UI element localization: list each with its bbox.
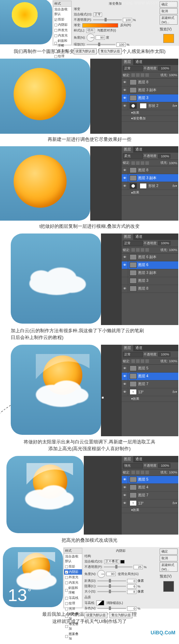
lock-icon[interactable] [145,73,149,77]
visibility-icon[interactable]: 👁 [122,79,128,86]
tab-layers[interactable]: 图层 [122,456,133,462]
visibility-icon[interactable]: 👁 [122,182,128,190]
style-item[interactable]: 等高线 [53,48,71,54]
blend-mode-dropdown[interactable]: 正常 [93,13,102,17]
distance-input[interactable]: 0 [127,579,136,583]
visibility-icon[interactable]: 👁 [122,373,128,380]
style-item[interactable]: 颜色叠加 [64,611,82,621]
lock-icon[interactable] [131,359,135,363]
layer-row[interactable]: 👁图层 3 副本 [122,87,178,94]
layer-row[interactable]: 👁图层 6 副本 [122,254,178,261]
tab-layers[interactable]: 图层 [122,345,133,351]
layer-row[interactable]: 👁图层 5 [122,365,178,373]
lock-icon[interactable] [141,248,144,252]
tab-channels[interactable]: 通道 [133,146,145,153]
layer-row[interactable]: 👁图层 8 [122,285,178,293]
fill-field[interactable]: 100% [169,471,177,474]
layer-row[interactable]: 👁图层 8 [122,79,178,87]
opacity-field[interactable]: 100% [158,154,170,158]
opacity-field[interactable]: 100% [158,463,170,468]
lock-icon[interactable] [141,471,144,474]
style-item[interactable]: 内阴影 [53,22,71,28]
visibility-icon[interactable]: 👁 [122,174,128,182]
tab-layers[interactable]: 图层 [122,59,133,65]
blend-dropdown[interactable]: 正常 [123,66,143,71]
lock-icon[interactable] [136,73,140,77]
new-style-button[interactable]: 新建样式(W)... [160,562,178,572]
fill-field[interactable]: 100% [169,359,177,363]
layer-row[interactable]: 👁形状 2fx▾ [122,102,178,110]
opacity-input[interactable]: 100 [123,18,132,22]
lock-icon[interactable] [141,161,144,165]
lock-icon[interactable] [145,359,149,363]
opacity-field[interactable]: 100% [158,66,170,70]
color-swatch[interactable] [120,560,125,564]
angle-wheel[interactable] [97,570,105,578]
layer-row[interactable]: 👁图层 8 [122,166,178,174]
angle-input[interactable]: 90 [106,572,116,576]
visibility-icon[interactable]: 👁 [122,484,128,491]
blend-dropdown[interactable]: 柔光 [123,153,143,159]
tab-layers[interactable]: 图层 [122,233,133,240]
reset-default-button[interactable]: 复位为默认值 [110,612,132,618]
blend-defaults[interactable]: 混合选项:默认 [64,554,82,564]
new-style-button[interactable]: 新建样式(W)... [160,15,178,25]
set-default-button[interactable]: 设置为默认值 [74,48,97,54]
gradient-style-dropdown[interactable]: 径向 [86,29,95,33]
style-item[interactable]: 渐变叠加 [64,621,82,631]
style-item[interactable]: 内发光 [53,33,71,38]
tab-channels[interactable]: 通道 [133,233,145,240]
style-item[interactable]: 斜面和浮雕 [64,585,82,595]
style-item[interactable]: 外发光 [53,28,71,33]
visibility-icon[interactable]: 👁 [122,388,128,396]
tab-channels[interactable]: 通道 [133,345,145,351]
angle-wheel[interactable] [87,34,95,41]
lock-icon[interactable] [131,161,135,165]
layer-row[interactable]: 👁形状 2fx▾ [122,182,178,190]
layer-row-selected[interactable]: 👁图层 5 [122,476,178,484]
tab-channels[interactable]: 通道 [133,456,145,462]
style-item[interactable]: 纹理 [64,601,82,606]
lock-icon[interactable] [136,359,140,363]
opacity-slider[interactable] [104,566,132,567]
layer-row-selected[interactable]: 👁图层 3 副本 [122,174,178,182]
fill-field[interactable]: 100% [169,161,177,165]
lock-icon[interactable] [131,73,135,77]
visibility-icon[interactable]: 👁 [122,87,128,94]
lock-icon[interactable] [131,248,135,252]
ok-button[interactable]: 确定 [160,549,178,555]
choke-input[interactable]: 6 [127,584,136,589]
layer-effect[interactable]: ● 效果 [122,110,178,116]
scale-slider[interactable] [87,44,115,45]
layer-effect[interactable]: ● 渐变叠加 [122,116,178,122]
lock-icon[interactable] [141,359,144,363]
lock-icon[interactable] [136,248,140,252]
fx-icon[interactable]: fx▾ [173,184,177,188]
visibility-icon[interactable]: 👁 [122,500,128,507]
style-item[interactable]: 光泽 [64,606,82,611]
layer-row[interactable]: 👁T13°fx▾ [122,388,178,396]
style-item[interactable]: 投影 [64,564,82,569]
lock-icon[interactable] [145,471,149,474]
layer-effect[interactable]: ● 效果 [122,396,178,402]
lock-icon[interactable] [136,471,140,474]
lock-icon[interactable] [145,248,149,252]
reset-default-button[interactable]: 复位为默认值 [99,48,122,54]
style-item[interactable]: 等高线 [64,595,82,601]
layer-row[interactable]: 👁图层 7 [122,492,178,500]
visibility-icon[interactable]: 👁 [122,261,128,269]
layer-row[interactable]: 👁图层 7 [122,380,178,388]
style-item[interactable]: 图案叠加 [64,631,82,640]
style-item[interactable]: 外发光 [64,575,82,580]
layer-row-selected[interactable]: 👁图层 4 [122,373,178,380]
tab-channels[interactable]: 通道 [133,59,145,65]
opacity-field[interactable]: 100% [158,241,170,245]
choke-slider[interactable] [97,586,126,587]
tab-layers[interactable]: 图层 [122,146,133,153]
size-slider[interactable] [97,591,126,592]
distance-slider[interactable] [97,580,126,581]
blend-dropdown[interactable]: 强光 [123,463,143,468]
angle-input[interactable]: 90 [96,35,105,40]
scale-input[interactable]: 100 [116,43,126,47]
style-item[interactable]: 内发光 [64,580,82,585]
